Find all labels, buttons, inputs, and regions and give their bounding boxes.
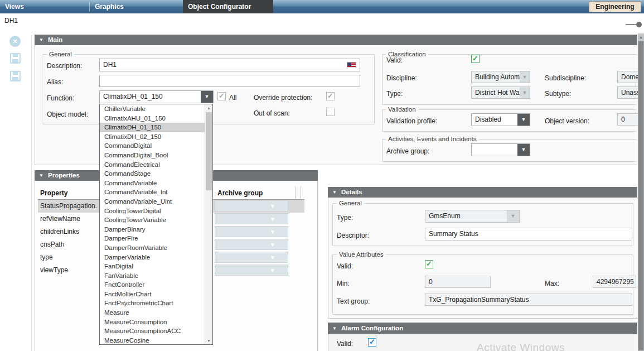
details-type-value: GmsEnum [425,210,507,222]
dropdown-item[interactable]: DamperRoomVariable [100,243,205,253]
archive-group-cell-combo[interactable] [215,239,288,250]
all-checkbox-label: All [229,94,236,102]
activate-windows-watermark: Activate Windows [477,342,565,351]
chevron-down-icon[interactable] [517,144,530,156]
dropdown-item[interactable]: CommandDigital [100,141,205,151]
alias-input[interactable] [99,75,360,87]
discipline-combo[interactable]: Building Automation [471,71,530,83]
dropdown-item[interactable]: ClimatixDH_01_150 [100,123,205,132]
save-icon[interactable] [10,53,21,64]
dropdown-item[interactable]: CoolingTowerDigital [100,206,205,216]
tab-views[interactable]: Views [0,0,89,13]
column-divider[interactable] [301,186,301,199]
archive-group-cell-combo[interactable] [215,265,288,276]
dropdown-item[interactable]: ClimatixDH_02_150 [100,132,205,142]
alarm-valid-checkbox[interactable] [368,338,376,347]
scrollbar-thumb[interactable] [206,112,212,190]
tab-graphics[interactable]: Graphics [90,0,182,13]
scroll-up-icon[interactable]: ▲ [205,104,212,112]
details-general-label: General [337,200,364,206]
override-protection-label: Override protection: [254,94,312,102]
main-section-header[interactable]: Main [35,35,637,45]
column-divider[interactable] [295,186,296,199]
subtype-combo[interactable]: Unass [617,86,638,99]
max-input[interactable]: 4294967295 [593,276,636,288]
dropdown-scrollbar[interactable]: ▲ ▼ [205,104,212,344]
scrollbar-thumb[interactable] [638,41,643,350]
dropdown-item[interactable]: CommandStage [100,169,205,179]
dropdown-item[interactable]: DamperVariable [100,253,205,262]
dropdown-item[interactable]: FanVariable [100,271,205,281]
dropdown-item[interactable]: MeasureConsumption [100,318,205,327]
description-input[interactable]: DH1 [99,59,360,71]
chevron-down-icon[interactable] [520,71,530,83]
dropdown-item[interactable]: CommandVariable [100,179,205,188]
descriptor-input[interactable]: Summary Status [425,228,632,241]
details-section-header[interactable]: Details [328,187,637,198]
dropdown-item[interactable]: ClimatixAHU_01_150 [100,114,205,123]
engineering-mode-button[interactable]: Engineering [589,1,641,12]
type-combo[interactable]: District Hot Water [471,86,530,99]
text-group-input[interactable]: TxG_PropagationSummaryStatus [425,294,632,306]
dropdown-item[interactable]: CommandElectrical [100,160,205,170]
object-version-label: Object version: [545,117,589,125]
dropdown-item[interactable]: FanDigital [100,262,205,271]
dropdown-item[interactable]: MeasureConsumptionACC [100,326,205,336]
alarm-valid-label: Valid: [337,340,353,348]
chevron-down-icon[interactable] [520,87,530,98]
archive-group-column-header[interactable]: Archive group [217,189,263,197]
scroll-down-icon[interactable]: ▼ [205,337,212,344]
cancel-icon[interactable] [9,36,21,47]
override-protection-checkbox[interactable] [326,92,335,100]
dropdown-item[interactable]: DamperFire [100,234,205,243]
dropdown-item[interactable]: Measure [100,308,205,318]
details-type-combo[interactable]: GmsEnum [425,210,520,223]
archive-group-cell-combo[interactable] [215,200,288,211]
descriptor-label: Descriptor: [337,232,369,239]
tab-object-configurator[interactable]: Object Configurator [183,0,273,13]
archive-group-combo[interactable] [471,143,530,156]
text-group-label: Text group: [337,297,370,305]
archive-group-cell-combo[interactable] [215,226,288,237]
out-of-scan-label: Out of scan: [254,109,290,117]
discipline-label: Discipline: [386,74,417,82]
function-combo-value: ClimatixDH_01_150 [100,91,201,103]
dropdown-item[interactable]: DamperBinary [100,225,205,234]
dropdown-item[interactable]: CommandVariable_Uint [100,197,205,206]
function-combo[interactable]: ClimatixDH_01_150 [99,90,214,103]
breadcrumb: DH1 [4,17,18,25]
vertical-scrollbar[interactable]: ▲ [638,33,644,351]
pin-handle-icon[interactable] [626,24,637,25]
out-of-scan-checkbox[interactable] [326,108,335,116]
subdiscipline-label: Subdiscipline: [545,74,586,82]
all-checkbox[interactable] [217,92,226,100]
object-configurator-screen: Views Graphics Object Configurator Engin… [0,0,644,351]
chevron-down-icon[interactable] [507,210,519,222]
validation-profile-combo[interactable]: Disabled [471,113,530,126]
subdiscipline-combo[interactable]: Dome [617,71,638,83]
scroll-up-icon[interactable]: ▲ [638,33,644,41]
dropdown-item[interactable]: FnctController [100,280,205,290]
chevron-down-icon[interactable] [201,91,213,103]
type-combo-value: District Hot Water [472,87,520,98]
classification-valid-checkbox[interactable] [471,55,480,63]
dropdown-item[interactable]: CoolingTowerVariable [100,215,205,225]
dropdown-item[interactable]: CommandDigital_Bool [100,151,205,160]
function-label: Function: [47,94,74,102]
archive-group-cell-combo[interactable] [215,213,288,224]
alarm-configuration-header[interactable]: Alarm Configuration [328,323,637,334]
value-valid-checkbox[interactable] [425,260,433,268]
dropdown-item[interactable]: MeasureCosine [100,336,205,345]
dropdown-item[interactable]: CommandVariable_Int [100,187,205,197]
dropdown-item[interactable]: FnctMollierChart [100,290,205,299]
archive-group-cell-combo[interactable] [215,252,288,263]
save-as-icon[interactable]: ... [10,71,21,81]
general-groupbox-label: General [47,51,74,57]
dropdown-item[interactable]: FnctPsychrometricChart [100,299,205,308]
min-input[interactable]: 0 [425,276,491,288]
subdiscipline-combo-value: Dome [618,71,638,83]
chevron-down-icon[interactable] [517,114,530,126]
dropdown-item[interactable]: ChillerVariable [100,104,205,114]
type-label: Type: [386,90,403,98]
property-column-header[interactable]: Property [40,189,67,197]
